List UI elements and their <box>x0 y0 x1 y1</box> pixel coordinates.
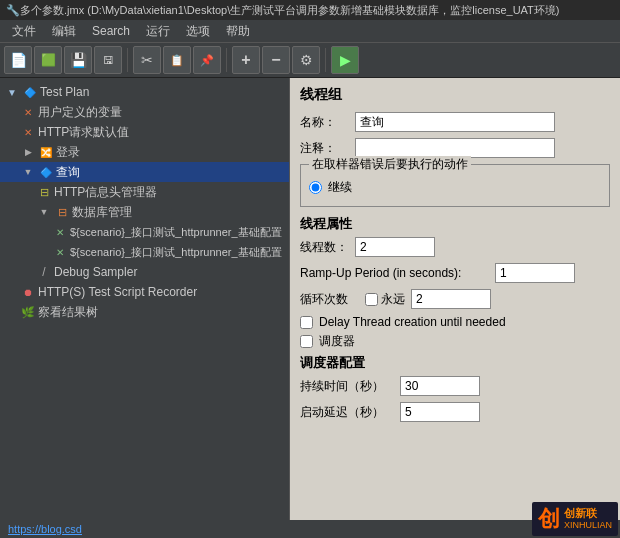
error-action-group: 在取样器错误后要执行的动作 继续 <box>300 164 610 207</box>
watermark: 创 创新联 XINHULIAN <box>532 502 618 536</box>
loop-forever-label: 永远 <box>381 291 405 308</box>
loop-count-input[interactable] <box>411 289 491 309</box>
duration-input[interactable] <box>400 376 480 396</box>
loop-count-label: 循环次数 <box>300 291 355 308</box>
tree-item-user-vars[interactable]: ✕ 用户定义的变量 <box>0 102 289 122</box>
script-rec-label: HTTP(S) Test Script Recorder <box>38 285 197 299</box>
tree-item-http-header[interactable]: ⊟ HTTP信息头管理器 <box>0 182 289 202</box>
results-label: 察看结果树 <box>38 304 98 321</box>
main-content: ▼ 🔷 Test Plan ✕ 用户定义的变量 ✕ HTTP请求默认值 ▶ 🔀 … <box>0 78 620 538</box>
duration-label: 持续时间（秒） <box>300 378 400 395</box>
menu-run[interactable]: 运行 <box>138 21 178 42</box>
toolbar-new-btn[interactable]: 📄 <box>4 46 32 74</box>
tree-container[interactable]: ▼ 🔷 Test Plan ✕ 用户定义的变量 ✕ HTTP请求默认值 ▶ 🔀 … <box>0 78 289 538</box>
watermark-logo-icon: 创 <box>538 504 560 534</box>
toolbar-cut-btn[interactable]: ✂ <box>133 46 161 74</box>
tree-item-query[interactable]: ▼ 🔷 查询 <box>0 162 289 182</box>
toolbar-remove-btn[interactable]: − <box>262 46 290 74</box>
toolbar-paste-btn[interactable]: 📌 <box>193 46 221 74</box>
window-icon: 🔧 <box>6 4 20 17</box>
scenario2-label: ${scenario}_接口测试_httprunner_基础配置 <box>70 245 282 260</box>
query-label: 查询 <box>56 164 80 181</box>
testplan-icon: 🔷 <box>22 84 38 100</box>
toolbar-sep2 <box>226 48 227 72</box>
tree-item-scenario1[interactable]: ✕ ${scenario}_接口测试_httprunner_基础配置 <box>0 222 289 242</box>
toolbar-add-btn[interactable]: + <box>232 46 260 74</box>
save-icon: 💾 <box>70 52 87 68</box>
saveas-icon: 🖫 <box>103 54 114 66</box>
title-bar: 🔧 多个参数.jmx (D:\MyData\xietian1\Desktop\生… <box>0 0 620 20</box>
debug-label: Debug Sampler <box>54 265 137 279</box>
tree-item-test-plan[interactable]: ▼ 🔷 Test Plan <box>0 82 289 102</box>
toolbar: 📄 🟩 💾 🖫 ✂ 📋 📌 + − ⚙ ▶ <box>0 42 620 78</box>
loop-forever-checkbox[interactable] <box>365 293 378 306</box>
menu-file[interactable]: 文件 <box>4 21 44 42</box>
new-icon: 📄 <box>10 52 27 68</box>
tree-item-db-mgmt[interactable]: ▼ ⊟ 数据库管理 <box>0 202 289 222</box>
url-bar: https://blog.csd <box>0 520 620 538</box>
debug-icon: / <box>36 264 52 280</box>
window-title: 多个参数.jmx (D:\MyData\xietian1\Desktop\生产测… <box>20 3 559 18</box>
comment-row: 注释： <box>300 138 610 158</box>
scenario1-icon: ✕ <box>52 224 68 240</box>
tree-item-scenario2[interactable]: ✕ ${scenario}_接口测试_httprunner_基础配置 <box>0 242 289 262</box>
name-row: 名称： <box>300 112 610 132</box>
toolbar-sep1 <box>127 48 128 72</box>
tree-item-login[interactable]: ▶ 🔀 登录 <box>0 142 289 162</box>
menu-help[interactable]: 帮助 <box>218 21 258 42</box>
db-icon: ⊟ <box>54 204 70 220</box>
toolbar-open-btn[interactable]: 🟩 <box>34 46 62 74</box>
toolbar-save-btn[interactable]: 💾 <box>64 46 92 74</box>
login-icon: 🔀 <box>38 144 54 160</box>
tree-item-http-defaults[interactable]: ✕ HTTP请求默认值 <box>0 122 289 142</box>
db-label: 数据库管理 <box>72 204 132 221</box>
scheduler-row: 调度器 <box>300 333 610 350</box>
menu-options[interactable]: 选项 <box>178 21 218 42</box>
http-header-label: HTTP信息头管理器 <box>54 184 157 201</box>
delay-checkbox[interactable] <box>300 316 313 329</box>
add-icon: + <box>241 51 250 69</box>
tree-item-script-rec[interactable]: ⏺ HTTP(S) Test Script Recorder <box>0 282 289 302</box>
delay-row: Delay Thread creation until needed <box>300 315 610 329</box>
thread-count-input[interactable] <box>355 237 435 257</box>
paste-icon: 📌 <box>200 54 214 67</box>
tree-panel: ▼ 🔷 Test Plan ✕ 用户定义的变量 ✕ HTTP请求默认值 ▶ 🔀 … <box>0 78 290 538</box>
watermark-line1: 创新联 <box>564 507 612 520</box>
http-defaults-label: HTTP请求默认值 <box>38 124 129 141</box>
remove-icon: − <box>271 51 280 69</box>
scheduler-label: 调度器 <box>319 333 355 350</box>
toolbar-saveas-btn[interactable]: 🖫 <box>94 46 122 74</box>
user-vars-icon: ✕ <box>20 104 36 120</box>
toolbar-settings-btn[interactable]: ⚙ <box>292 46 320 74</box>
run-icon: ▶ <box>340 52 351 68</box>
http-header-icon: ⊟ <box>36 184 52 200</box>
continue-radio[interactable] <box>309 181 322 194</box>
startup-delay-label: 启动延迟（秒） <box>300 404 400 421</box>
section-title: 线程组 <box>300 86 610 104</box>
startup-delay-input[interactable] <box>400 402 480 422</box>
delay-label: Delay Thread creation until needed <box>319 315 506 329</box>
menu-search[interactable]: Search <box>84 22 138 40</box>
startup-delay-row: 启动延迟（秒） <box>300 402 610 422</box>
tree-item-results[interactable]: 🌿 察看结果树 <box>0 302 289 322</box>
scheduler-checkbox[interactable] <box>300 335 313 348</box>
menu-edit[interactable]: 编辑 <box>44 21 84 42</box>
loop-count-row: 循环次数 永远 <box>300 289 610 309</box>
tree-item-debug[interactable]: / Debug Sampler <box>0 262 289 282</box>
duration-row: 持续时间（秒） <box>300 376 610 396</box>
toolbar-sep3 <box>325 48 326 72</box>
login-arrow-icon: ▶ <box>20 144 36 160</box>
url-text[interactable]: https://blog.csd <box>8 523 82 535</box>
comment-input[interactable] <box>355 138 555 158</box>
query-arrow-icon: ▼ <box>20 164 36 180</box>
ramp-up-input[interactable] <box>495 263 575 283</box>
watermark-text-group: 创新联 XINHULIAN <box>564 507 612 531</box>
scheduler-config-title: 调度器配置 <box>300 354 610 372</box>
login-label: 登录 <box>56 144 80 161</box>
query-icon: 🔷 <box>38 164 54 180</box>
thread-count-row: 线程数： <box>300 237 610 257</box>
toolbar-copy-btn[interactable]: 📋 <box>163 46 191 74</box>
scenario2-icon: ✕ <box>52 244 68 260</box>
name-input[interactable] <box>355 112 555 132</box>
toolbar-run-btn[interactable]: ▶ <box>331 46 359 74</box>
